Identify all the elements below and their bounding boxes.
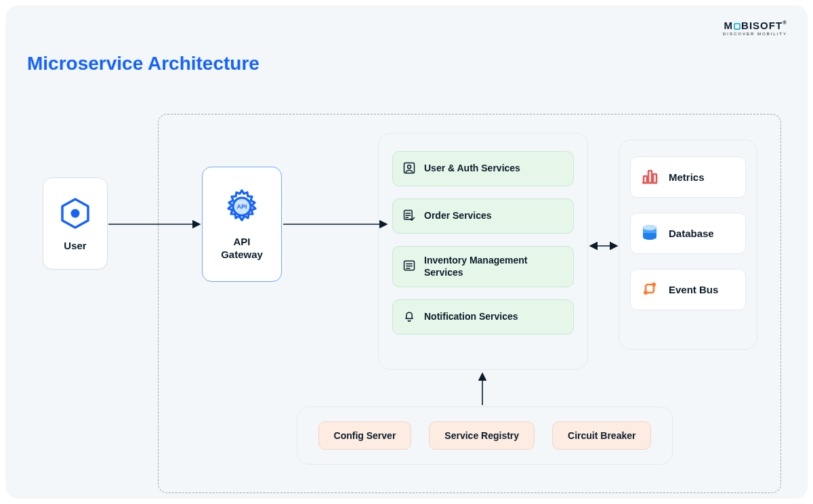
service-notification-label: Notification Services — [424, 311, 518, 323]
infra-event-bus: Event Bus — [630, 269, 746, 310]
node-api-gateway: API APIGateway — [202, 167, 282, 282]
infra-event-bus-label: Event Bus — [669, 284, 718, 295]
infra-panel: Metrics Database — [619, 140, 757, 350]
api-gear-icon: API — [222, 187, 262, 229]
services-panel: User & Auth Services Order Services Inve… — [378, 133, 588, 370]
svg-rect-11 — [653, 174, 656, 183]
infra-database-label: Database — [669, 228, 714, 239]
order-icon — [402, 209, 416, 224]
service-inventory: Inventory Management Services — [392, 246, 574, 287]
svg-point-13 — [643, 225, 656, 230]
support-circuit-breaker: Circuit Breaker — [552, 421, 651, 450]
service-order-label: Order Services — [424, 210, 492, 222]
user-auth-icon — [402, 161, 416, 177]
brand-logo: MBISOFT® DISCOVER MOBILITY — [723, 20, 787, 36]
metrics-icon — [640, 167, 659, 188]
database-icon — [640, 223, 659, 244]
support-panel: Config Server Service Registry Circuit B… — [297, 406, 673, 465]
page-title: Microservice Architecture — [27, 53, 259, 75]
infra-metrics: Metrics — [630, 156, 746, 198]
svg-rect-9 — [644, 176, 647, 183]
user-hex-icon — [58, 196, 92, 233]
support-config-server: Config Server — [318, 421, 412, 450]
service-inventory-label: Inventory Management Services — [424, 255, 564, 278]
notification-bell-icon — [402, 310, 416, 325]
node-api-gateway-label: APIGateway — [221, 236, 263, 261]
service-user-auth: User & Auth Services — [392, 151, 574, 186]
service-notification: Notification Services — [392, 299, 574, 335]
logo-suffix: BISOFT — [741, 20, 783, 31]
diagram-canvas: Microservice Architecture MBISOFT® DISCO… — [5, 5, 808, 499]
svg-text:API: API — [236, 203, 247, 210]
service-user-auth-label: User & Auth Services — [424, 163, 520, 175]
support-service-registry: Service Registry — [429, 421, 535, 450]
logo-tagline: DISCOVER MOBILITY — [723, 32, 787, 36]
node-user: User — [43, 177, 108, 270]
logo-prefix: M — [724, 20, 734, 31]
node-user-label: User — [64, 240, 86, 251]
svg-rect-5 — [404, 163, 415, 173]
inventory-icon — [402, 259, 416, 274]
service-order: Order Services — [392, 198, 574, 234]
svg-rect-10 — [648, 171, 652, 183]
svg-point-6 — [408, 165, 411, 168]
event-bus-icon — [640, 279, 659, 300]
infra-database: Database — [630, 213, 746, 254]
infra-metrics-label: Metrics — [669, 171, 705, 183]
svg-point-1 — [71, 209, 80, 217]
